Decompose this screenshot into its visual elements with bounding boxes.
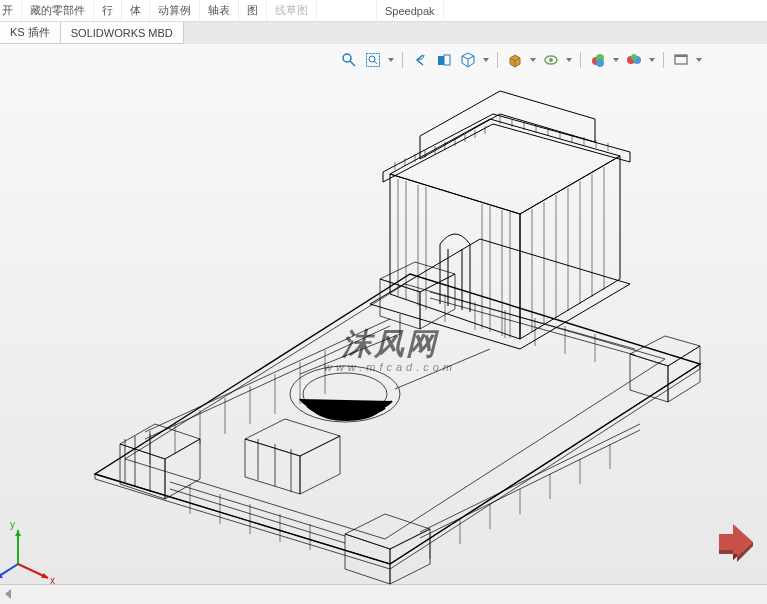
view-triad: y x z: [0, 519, 55, 588]
tab-label: SOLIDWORKS MBD: [71, 27, 173, 39]
ribbon-item-row[interactable]: 行: [94, 0, 122, 21]
ribbon-item-body[interactable]: 体: [122, 0, 150, 21]
ribbon-label-text: 轴表: [208, 3, 230, 18]
ribbon-labels: 开 藏的零部件 行 体 动算例 轴表 图 线草图 Speedpak: [0, 0, 767, 22]
ribbon-item-axis[interactable]: 轴表: [200, 0, 239, 21]
solidworks-logo-icon: [713, 520, 755, 566]
svg-marker-85: [300, 436, 340, 494]
svg-line-66: [170, 489, 345, 543]
ribbon-item-speedpak[interactable]: Speedpak: [377, 0, 444, 21]
svg-marker-93: [390, 174, 520, 339]
ribbon-label-text: 行: [102, 3, 113, 18]
svg-line-65: [170, 482, 345, 536]
svg-text:y: y: [10, 519, 15, 530]
svg-line-141: [0, 564, 18, 578]
svg-marker-35: [120, 444, 165, 499]
svg-marker-49: [630, 336, 700, 366]
ribbon-label-text: 藏的零部件: [30, 3, 85, 18]
tab-label: KS 插件: [10, 25, 50, 40]
svg-marker-37: [120, 424, 200, 459]
ribbon-label-text: 开: [2, 3, 13, 18]
model-wireframe[interactable]: y x z: [0, 44, 767, 604]
svg-line-83: [430, 298, 635, 355]
svg-marker-34: [125, 284, 665, 539]
ribbon-label-text: 动算例: [158, 3, 191, 18]
ribbon-label-text: 图: [247, 3, 258, 18]
ribbon-tab-strip: KS 插件 SOLIDWORKS MBD: [0, 22, 767, 44]
svg-marker-136: [15, 530, 21, 536]
ribbon-item-hidden-comp[interactable]: 藏的零部件: [22, 0, 94, 21]
svg-marker-43: [345, 514, 430, 549]
tab-ks-plugin[interactable]: KS 插件: [0, 22, 61, 44]
ribbon-item-sketch[interactable]: 线草图: [267, 0, 317, 21]
svg-marker-94: [520, 156, 620, 339]
ribbon-item-open[interactable]: 开: [0, 0, 22, 21]
ribbon-item-motion[interactable]: 动算例: [150, 0, 200, 21]
svg-text:x: x: [50, 575, 55, 586]
ribbon-label-text: Speedpak: [385, 5, 435, 17]
tab-mbd[interactable]: SOLIDWORKS MBD: [61, 22, 184, 44]
svg-marker-32: [95, 274, 700, 564]
ribbon-label-text: 体: [130, 3, 141, 18]
ribbon-item-view[interactable]: 图: [239, 0, 267, 21]
svg-marker-86: [245, 419, 340, 456]
ribbon-item-blank[interactable]: [317, 0, 377, 21]
ribbon-label-text: 线草图: [275, 3, 308, 18]
svg-line-82: [430, 292, 635, 349]
graphics-viewport[interactable]: y x z 沫风网 www.mfcad.com: [0, 44, 767, 584]
svg-line-74: [420, 424, 640, 532]
